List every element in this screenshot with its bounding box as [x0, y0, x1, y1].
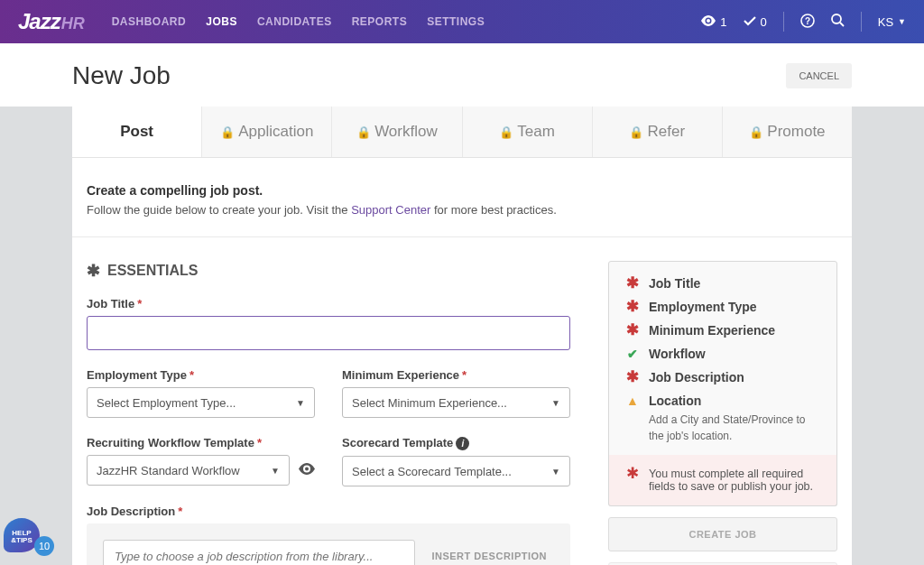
- checklist-employment-type[interactable]: ✱Employment Type: [625, 300, 820, 314]
- help-tips-widget[interactable]: HELP&TIPS 10: [4, 518, 54, 552]
- min-experience-field: Minimum Experience* Select Minimum Exper…: [342, 368, 570, 418]
- checklist-min-experience[interactable]: ✱Minimum Experience: [625, 323, 820, 338]
- help-icon[interactable]: ?: [800, 14, 815, 31]
- eye-icon: [701, 15, 716, 29]
- svg-point-5: [305, 468, 309, 471]
- asterisk-icon: ✱: [625, 370, 640, 384]
- job-title-label: Job Title*: [87, 297, 570, 310]
- required-star: *: [462, 368, 467, 382]
- tab-label: Workflow: [374, 123, 438, 140]
- checklist-label: Minimum Experience: [649, 323, 775, 338]
- description-library-search[interactable]: [103, 540, 415, 565]
- chevron-down-icon: ▼: [271, 466, 280, 476]
- lock-icon: 🔒: [749, 125, 763, 139]
- tab-label: Application: [238, 123, 313, 140]
- separator: [861, 12, 862, 32]
- employment-type-label: Employment Type*: [87, 368, 315, 382]
- error-text: You must complete all required fields to…: [649, 468, 820, 493]
- completion-checklist: ✱Job Title ✱Employment Type ✱Minimum Exp…: [608, 261, 837, 458]
- nav-dashboard[interactable]: DASHBOARD: [112, 15, 187, 28]
- lock-icon: 🔒: [499, 125, 513, 139]
- checklist-job-title[interactable]: ✱Job Title: [625, 276, 820, 291]
- employment-type-field: Employment Type* Select Employment Type.…: [87, 368, 315, 418]
- validation-error: ✱ You must complete all required fields …: [608, 455, 837, 506]
- tab-team[interactable]: 🔒Team: [463, 107, 593, 157]
- views-counter[interactable]: 1: [701, 15, 726, 29]
- tab-refer[interactable]: 🔒Refer: [593, 107, 723, 157]
- nav-reports[interactable]: REPORTS: [352, 15, 408, 28]
- support-center-link[interactable]: Support Center: [351, 203, 430, 217]
- checklist-label: Job Title: [649, 276, 700, 291]
- job-description-label: Job Description*: [87, 505, 570, 518]
- select-placeholder: Select a Scorecard Template...: [352, 465, 512, 478]
- workflow-template-label: Recruiting Workflow Template*: [87, 436, 315, 449]
- preview-workflow-icon[interactable]: [299, 462, 315, 478]
- tab-post[interactable]: Post: [72, 107, 202, 157]
- nav-candidates[interactable]: CANDIDATES: [257, 15, 332, 28]
- checklist-location[interactable]: ▲Location: [625, 394, 820, 408]
- nav-jobs[interactable]: JOBS: [206, 15, 237, 28]
- lock-icon: 🔒: [220, 125, 235, 139]
- svg-text:?: ?: [805, 16, 810, 26]
- svg-point-3: [832, 14, 841, 23]
- lock-icon: 🔒: [356, 125, 371, 139]
- job-description-field: Job Description* INSERT DESCRIPTION: [87, 505, 570, 565]
- asterisk-icon: ✱: [625, 276, 640, 291]
- chevron-down-icon: ▼: [296, 398, 305, 408]
- job-title-input[interactable]: [87, 316, 570, 350]
- workflow-template-field: Recruiting Workflow Template* JazzHR Sta…: [87, 436, 315, 486]
- tab-promote[interactable]: 🔒Promote: [723, 107, 852, 157]
- chevron-down-icon: ▼: [551, 398, 560, 408]
- checklist-job-description[interactable]: ✱Job Description: [625, 370, 820, 384]
- location-note: Add a City and State/Province to the job…: [649, 412, 820, 444]
- employment-type-select[interactable]: Select Employment Type... ▼: [87, 387, 315, 418]
- guide-pre: Follow the guide below to create your jo…: [87, 203, 351, 217]
- job-tabs: Post 🔒Application 🔒Workflow 🔒Team 🔒Refer…: [72, 107, 852, 158]
- checklist-label: Workflow: [649, 347, 706, 361]
- select-value: JazzHR Standard Workflow: [97, 464, 240, 477]
- min-experience-select[interactable]: Select Minimum Experience... ▼: [342, 387, 570, 418]
- check-icon: [744, 15, 756, 29]
- guide-heading: Create a compelling job post.: [87, 183, 837, 198]
- workflow-template-select[interactable]: JazzHR Standard Workflow ▼: [87, 455, 290, 486]
- create-job-button[interactable]: CREATE JOB: [608, 517, 837, 551]
- guide-paragraph: Follow the guide below to create your jo…: [87, 203, 837, 217]
- separator: [783, 12, 784, 32]
- lock-icon: 🔒: [629, 125, 643, 139]
- scorecard-template-field: Scorecard Templatei Select a Scorecard T…: [342, 436, 570, 486]
- checklist-label: Employment Type: [649, 300, 757, 314]
- check-icon: ✔: [625, 347, 640, 361]
- min-experience-label: Minimum Experience*: [342, 368, 570, 382]
- top-nav-bar: Jazz HR DASHBOARD JOBS CANDIDATES REPORT…: [0, 0, 924, 43]
- guide-text: Create a compelling job post. Follow the…: [72, 183, 852, 237]
- user-initials: KS: [878, 15, 893, 29]
- asterisk-icon: ✱: [87, 261, 100, 281]
- info-icon[interactable]: i: [456, 437, 469, 450]
- cancel-button[interactable]: CANCEL: [786, 63, 852, 88]
- checks-counter[interactable]: 0: [744, 15, 767, 29]
- tab-label: Team: [517, 123, 555, 140]
- scorecard-template-select[interactable]: Select a Scorecard Template... ▼: [342, 456, 570, 486]
- asterisk-icon: ✱: [625, 300, 640, 314]
- main-nav: DASHBOARD JOBS CANDIDATES REPORTS SETTIN…: [112, 15, 485, 28]
- section-title: ESSENTIALS: [107, 263, 198, 279]
- tab-workflow[interactable]: 🔒Workflow: [332, 107, 462, 157]
- tab-label: Promote: [767, 123, 825, 140]
- search-icon[interactable]: [831, 14, 845, 30]
- warning-icon: ▲: [625, 394, 640, 408]
- select-placeholder: Select Employment Type...: [97, 396, 236, 410]
- required-star: *: [178, 505, 182, 518]
- page-title: New Job: [72, 61, 171, 90]
- post-panel: Create a compelling job post. Follow the…: [72, 158, 852, 565]
- help-count-badge: 10: [34, 536, 54, 556]
- checklist-workflow[interactable]: ✔Workflow: [625, 347, 820, 361]
- user-menu[interactable]: KS ▼: [878, 15, 906, 29]
- tab-application[interactable]: 🔒Application: [202, 107, 332, 157]
- nav-settings[interactable]: SETTINGS: [427, 15, 485, 28]
- select-placeholder: Select Minimum Experience...: [352, 396, 507, 410]
- scorecard-template-label: Scorecard Templatei: [342, 436, 570, 450]
- description-library-box: INSERT DESCRIPTION: [87, 523, 570, 565]
- brand-logo[interactable]: Jazz HR: [18, 9, 85, 34]
- checks-count: 0: [761, 15, 767, 29]
- insert-description-button[interactable]: INSERT DESCRIPTION: [424, 540, 554, 565]
